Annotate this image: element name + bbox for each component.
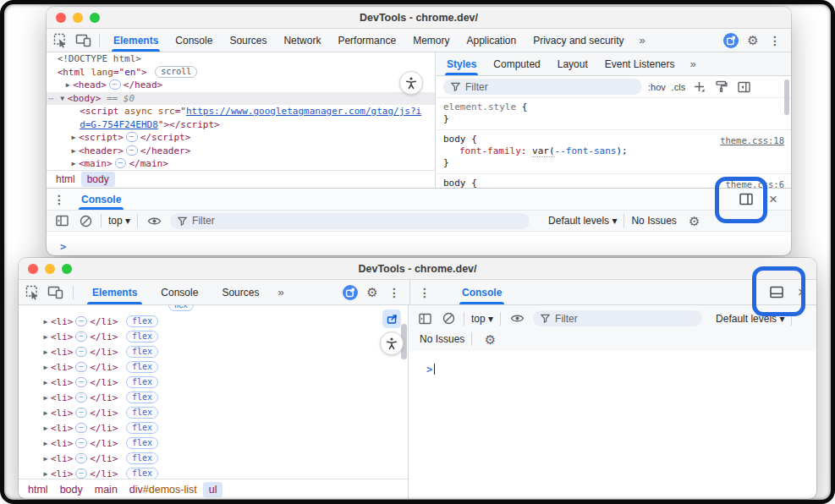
flex-badge[interactable]: flex <box>126 452 158 464</box>
console-sidebar-icon[interactable] <box>416 309 433 329</box>
collapsed-content-icon[interactable]: ⋯ <box>75 392 87 403</box>
issues-counter[interactable]: No Issues <box>631 215 676 227</box>
issues-counter[interactable]: No Issues <box>420 333 464 345</box>
titlebar[interactable]: DevTools - chrome.dev/ <box>47 7 791 29</box>
collapsed-content-icon[interactable]: ⋯ <box>109 79 121 90</box>
dom-tree-node[interactable]: ▶<li>⋯</li> flex <box>19 467 408 479</box>
collapsed-content-icon[interactable]: ⋯ <box>75 316 87 326</box>
dom-tree-node[interactable]: ▶<li>⋯</li> flex <box>19 436 408 452</box>
dom-tree-node[interactable]: ▶<li>⋯</li> flex <box>19 421 408 436</box>
tab-console[interactable]: Console <box>167 29 221 52</box>
dom-tree-node[interactable]: ▶<li>⋯</li> flex <box>19 360 408 375</box>
dom-tree-node[interactable]: ▶<li>⋯</li> flex <box>19 330 408 345</box>
collapsed-content-icon[interactable]: ⋯ <box>75 377 87 387</box>
inspect-element-icon[interactable] <box>22 282 44 303</box>
dom-tree-node[interactable]: ▶<li>⋯</li> flex <box>19 391 408 406</box>
collapsed-content-icon[interactable]: ⋯ <box>126 145 138 156</box>
execution-context-dropdown[interactable]: top ▾ <box>108 215 130 227</box>
settings-gear-icon[interactable]: ⚙ <box>361 282 383 303</box>
extension-icon[interactable] <box>720 30 742 51</box>
settings-gear-icon[interactable]: ⚙ <box>742 30 764 51</box>
dom-tree-node[interactable]: ▶<li>⋯</li> flex <box>19 315 408 330</box>
style-rule-body-1[interactable]: theme.css:18 body { font-family: var(--f… <box>437 130 791 174</box>
tab-elements[interactable]: Elements <box>105 29 167 52</box>
console-sidebar-icon[interactable] <box>53 211 70 231</box>
paint-format-icon[interactable] <box>712 77 729 97</box>
tab-performance[interactable]: Performance <box>329 29 404 52</box>
flex-badge[interactable]: flex <box>126 392 158 403</box>
zoom-window-button[interactable] <box>90 13 100 23</box>
titlebar[interactable]: DevTools - chrome.dev/ <box>19 258 816 280</box>
scroll-badge[interactable]: scroll <box>155 66 197 78</box>
dom-tree-node[interactable]: ▶<li>⋯</li> flex <box>19 406 408 421</box>
kebab-menu-icon[interactable]: ⋮ <box>764 30 786 51</box>
device-toolbar-icon[interactable] <box>72 30 94 51</box>
flex-badge[interactable]: flex <box>126 346 158 358</box>
breadcrumb-item[interactable]: body <box>81 172 115 187</box>
console-filter-input[interactable]: Filter <box>533 310 702 326</box>
dom-tree-node[interactable]: ▶<script>⋯</script> <box>47 131 435 145</box>
more-styles-tabs-icon[interactable]: » <box>683 58 701 70</box>
collapsed-content-icon[interactable]: ⋯ <box>75 423 87 433</box>
collapsed-content-icon[interactable]: ⋯ <box>75 362 87 372</box>
tab-computed[interactable]: Computed <box>485 52 548 75</box>
dom-tree-node[interactable]: ▶<main>⋯</main> <box>47 157 435 170</box>
breadcrumb-item[interactable]: ul <box>203 482 223 497</box>
dom-tree-node[interactable]: ▶<li>⋯</li> flex <box>19 375 408 391</box>
minimize-window-button[interactable] <box>73 13 83 23</box>
stylesheet-link[interactable]: theme.css:18 <box>720 134 784 146</box>
tab-sources[interactable]: Sources <box>221 29 275 52</box>
tab-console[interactable]: Console <box>149 280 210 304</box>
tab-elements[interactable]: Elements <box>80 280 149 304</box>
collapsed-content-icon[interactable]: ⋯ <box>75 347 87 357</box>
collapsed-content-icon[interactable]: ⋯ <box>75 331 87 342</box>
inspect-element-icon[interactable] <box>50 30 72 51</box>
flex-badge[interactable]: flex <box>126 376 158 388</box>
dom-tree-node[interactable]: <!DOCTYPE html> <box>47 52 435 66</box>
flex-badge[interactable]: flex <box>126 437 158 449</box>
breadcrumb-item[interactable]: main <box>89 482 124 497</box>
flex-badge[interactable]: flex <box>126 407 158 419</box>
tab-layout[interactable]: Layout <box>549 52 596 75</box>
tab-network[interactable]: Network <box>275 29 329 52</box>
dom-tree-node[interactable]: <script async src="https://www.googletag… <box>47 105 435 118</box>
tab-event-listeners[interactable]: Event Listeners <box>596 52 684 75</box>
style-rule-element[interactable]: element.style { } <box>437 98 791 130</box>
console-prompt[interactable]: > <box>47 232 791 254</box>
collapsed-content-icon[interactable]: ⋯ <box>75 408 87 418</box>
move-to-tab-icon[interactable] <box>382 310 401 328</box>
dom-tree-node[interactable]: <html lang="en"> scroll <box>47 66 435 79</box>
flex-badge[interactable]: flex <box>126 361 158 373</box>
clear-console-icon[interactable] <box>77 211 94 231</box>
dom-tree-node[interactable]: ▶<head>⋯</head> <box>47 79 435 92</box>
flex-badge[interactable]: flex <box>126 468 158 479</box>
console-prompt[interactable]: > <box>409 351 816 376</box>
more-tabs-icon[interactable]: » <box>271 286 289 299</box>
close-window-button[interactable] <box>28 264 38 274</box>
console-filter-input[interactable]: Filter <box>170 213 530 229</box>
minimize-window-button[interactable] <box>45 264 55 274</box>
flex-badge[interactable]: flex <box>126 315 158 327</box>
console-settings-gear-icon[interactable]: ⚙ <box>479 329 501 349</box>
dom-tree-node[interactable]: ⋯ ▼<body> == $0 <box>47 92 435 106</box>
accessibility-fab[interactable] <box>380 331 404 355</box>
styles-filter-input[interactable]: Filter <box>443 79 642 95</box>
collapsed-content-icon[interactable]: ⋯ <box>75 468 87 479</box>
more-tabs-icon[interactable]: » <box>633 34 651 47</box>
live-expression-eye-icon[interactable] <box>145 211 163 231</box>
collapsed-content-icon[interactable]: ⋯ <box>75 438 87 448</box>
execution-context-dropdown[interactable]: top ▾ <box>471 313 493 325</box>
dom-tree-node[interactable]: ▶<header>⋯</header> <box>47 145 435 158</box>
log-levels-dropdown[interactable]: Default levels ▾ <box>548 215 617 227</box>
tab-application[interactable]: Application <box>458 29 525 52</box>
extension-icon[interactable] <box>339 282 361 303</box>
live-expression-eye-icon[interactable] <box>508 309 526 329</box>
dom-tree-node[interactable]: ▶<li>⋯</li> flex <box>19 452 408 467</box>
collapsed-content-icon[interactable]: ⋯ <box>115 158 127 168</box>
clear-console-icon[interactable] <box>440 309 457 329</box>
drawer-tab-console[interactable]: Console <box>77 189 125 210</box>
class-toggle[interactable]: .cls <box>672 82 686 92</box>
collapsed-content-icon[interactable]: ⋯ <box>126 132 138 142</box>
computed-sidebar-toggle-icon[interactable] <box>735 77 752 97</box>
accessibility-fab[interactable] <box>399 71 423 95</box>
